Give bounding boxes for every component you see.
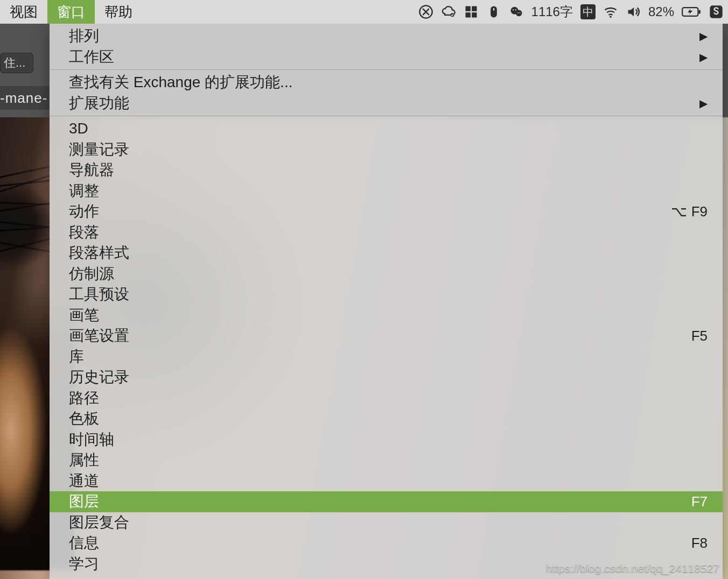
menu-item[interactable]: 工作区▶ <box>50 47 723 68</box>
menu-item[interactable]: 路径 <box>50 388 723 409</box>
menu-item-label: 仿制源 <box>69 264 708 284</box>
menu-item-label: 画笔设置 <box>69 326 691 346</box>
menubar-item-label: 窗口 <box>57 3 85 22</box>
menu-item[interactable]: 测量记录 <box>50 139 723 160</box>
scissors-icon[interactable] <box>418 4 433 19</box>
option-field-fragment[interactable]: 住... <box>0 53 33 73</box>
svg-rect-3 <box>472 6 477 11</box>
menu-item[interactable]: 属性 <box>50 450 723 471</box>
svg-point-12 <box>517 12 519 13</box>
app-toolbar-fragment: 住... <box>0 24 50 77</box>
menubar-item-view[interactable]: 视图 <box>0 0 47 24</box>
option-field-text: 住... <box>4 56 25 69</box>
menu-item-shortcut: F8 <box>691 535 708 552</box>
cloud-sync-icon[interactable] <box>441 4 456 19</box>
menu-item[interactable]: 历史记录 <box>50 367 723 388</box>
svg-rect-16 <box>699 10 701 14</box>
submenu-arrow-icon: ▶ <box>699 51 708 63</box>
menu-item[interactable]: 信息F8 <box>50 533 723 554</box>
window-menu-dropdown: 排列▶工作区▶查找有关 Exchange 的扩展功能...扩展功能▶3D测量记录… <box>50 24 723 579</box>
menu-item-label: 图层 <box>69 491 691 512</box>
svg-rect-7 <box>493 8 494 11</box>
menubar-item-help[interactable]: 帮助 <box>95 0 142 24</box>
svg-point-13 <box>519 12 520 13</box>
menu-item-label: 属性 <box>69 450 708 470</box>
menu-item[interactable]: 库 <box>50 347 723 368</box>
watermark-text: https://blog.csdn.net/qq_24118527 <box>546 562 719 575</box>
menu-item[interactable]: 图层复合 <box>50 512 723 533</box>
menu-item[interactable]: 工具预设 <box>50 284 723 305</box>
menu-item[interactable]: 段落样式 <box>50 243 723 264</box>
menu-item[interactable]: 动作⌥ F9 <box>50 201 723 222</box>
wifi-icon[interactable] <box>603 4 618 19</box>
menu-separator <box>50 69 723 70</box>
input-method-icon[interactable]: 中 <box>580 4 596 19</box>
mouse-icon[interactable] <box>486 4 501 19</box>
svg-rect-2 <box>465 6 470 11</box>
menu-item-label: 色板 <box>69 408 708 429</box>
menu-item[interactable]: 段落 <box>50 222 723 243</box>
battery-charging-icon[interactable] <box>682 4 701 19</box>
menu-item-label: 路径 <box>69 388 708 408</box>
menu-item-shortcut: F7 <box>691 493 708 510</box>
menu-item[interactable]: 色板 <box>50 408 723 429</box>
menu-item-label: 段落样式 <box>69 243 708 263</box>
menu-item-label: 图层复合 <box>69 512 708 533</box>
menu-item-label: 调整 <box>69 181 708 201</box>
menu-item-label: 查找有关 Exchange 的扩展功能... <box>69 72 708 93</box>
document-tab-fragment[interactable]: -mane- <box>0 86 50 110</box>
submenu-arrow-icon: ▶ <box>699 30 708 43</box>
menubar: 视图 窗口 帮助 1116字 中 82% <box>0 0 728 24</box>
menu-item-label: 信息 <box>69 533 691 553</box>
wechat-icon[interactable] <box>509 4 524 19</box>
menu-item-label: 工具预设 <box>69 284 708 305</box>
menu-item-label: 工作区 <box>69 47 699 67</box>
document-tab-label: -mane- <box>0 90 47 106</box>
menu-item-label: 测量记录 <box>69 139 708 160</box>
word-count-status[interactable]: 1116字 <box>531 3 573 20</box>
menu-item[interactable]: 画笔设置F5 <box>50 326 723 347</box>
layout-grid-icon[interactable] <box>464 4 479 19</box>
menu-item-label: 画笔 <box>69 305 708 326</box>
menu-item[interactable]: 仿制源 <box>50 264 723 285</box>
menu-item-label: 通道 <box>69 471 708 491</box>
menu-item[interactable]: 画笔 <box>50 305 723 326</box>
menubar-item-window[interactable]: 窗口 <box>47 0 95 24</box>
menu-item[interactable]: 调整 <box>50 181 723 202</box>
menu-item[interactable]: 图层F7 <box>50 491 723 512</box>
menu-item-label: 时间轴 <box>69 429 708 450</box>
menu-separator <box>50 116 723 116</box>
submenu-arrow-icon: ▶ <box>699 97 708 110</box>
menu-item-label: 导航器 <box>69 160 708 180</box>
svg-rect-6 <box>491 6 497 18</box>
menu-item[interactable]: 导航器 <box>50 160 723 181</box>
menu-item[interactable]: 排列▶ <box>50 26 723 47</box>
menubar-item-label: 帮助 <box>104 3 132 22</box>
svg-point-9 <box>515 10 522 17</box>
menu-item-label: 动作 <box>69 201 671 222</box>
menu-item-label: 扩展功能 <box>69 93 699 114</box>
menubar-left: 视图 窗口 帮助 <box>0 0 142 24</box>
menu-item-label: 段落 <box>69 222 708 243</box>
volume-icon[interactable] <box>626 4 641 19</box>
svg-point-10 <box>513 9 514 10</box>
menu-item-shortcut: ⌥ F9 <box>671 203 708 220</box>
menu-item[interactable]: 时间轴 <box>50 429 723 450</box>
menu-item-label: 3D <box>69 120 708 137</box>
menu-item-label: 库 <box>69 347 708 367</box>
menu-item[interactable]: 扩展功能▶ <box>50 93 723 114</box>
s-app-icon[interactable] <box>709 4 724 19</box>
menu-item-label: 排列 <box>69 26 699 46</box>
svg-point-14 <box>610 16 612 18</box>
battery-percent-status[interactable]: 82% <box>648 4 674 19</box>
menu-item[interactable]: 通道 <box>50 471 723 492</box>
menu-item[interactable]: 查找有关 Exchange 的扩展功能... <box>50 72 723 93</box>
svg-rect-4 <box>465 12 470 17</box>
menubar-item-label: 视图 <box>10 3 38 22</box>
menubar-status-area: 1116字 中 82% <box>418 0 728 24</box>
svg-rect-5 <box>472 12 477 17</box>
menu-item-shortcut: F5 <box>691 328 708 344</box>
svg-point-11 <box>515 9 516 10</box>
menu-item-label: 历史记录 <box>69 367 708 387</box>
menu-item[interactable]: 3D <box>50 118 723 139</box>
